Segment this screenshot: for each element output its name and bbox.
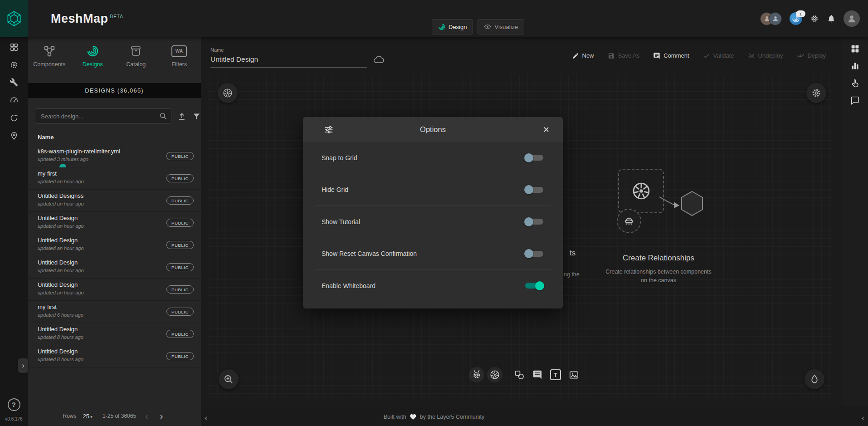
option-toggle[interactable] [524,249,544,259]
meshery-session-button[interactable]: 1 [790,12,802,25]
comment-button[interactable]: Comment [653,52,689,59]
layer5-logo[interactable] [0,0,28,37]
design-list-item[interactable]: Untitled Design updated 8 hours ago PUBL… [28,345,201,367]
rows-per-page-select[interactable]: 25▾ [83,413,93,420]
panel-expander-chevron[interactable]: › [18,358,28,373]
canvas-options-button[interactable] [806,83,826,103]
shapes-tool[interactable] [512,367,527,382]
designs-count-header: DESIGNS (36,065) [28,83,201,98]
search-input[interactable] [35,108,171,124]
extensions-sync-icon[interactable] [5,109,23,127]
close-icon[interactable] [542,126,550,133]
kubernetes-quick-action-button[interactable] [218,83,238,103]
dashboard-widgets-icon[interactable] [847,60,863,72]
meshmap-app: MeshMapBETA Design Visualize [0,0,868,426]
tutorial-relationship-arrow [657,187,707,223]
new-button[interactable]: New [572,52,594,59]
mesh-swirl-icon [438,23,445,30]
performance-speedometer-icon[interactable] [5,91,23,109]
design-name-input[interactable] [210,53,367,68]
option-label: Hide Grid [322,186,348,193]
mode-nav: Design Visualize [432,19,524,34]
version-label: v0.6.176 [5,416,22,421]
tutorial-operator-node [617,209,641,233]
zoom-button[interactable] [219,369,239,389]
mesh-components-tool[interactable] [469,367,484,382]
option-label: Snap to Grid [322,154,357,162]
tab-catalog-label: Catalog [126,61,146,68]
option-toggle[interactable] [524,217,544,227]
media-tool[interactable] [566,367,581,382]
design-list-item[interactable]: Untitled Designss updated an hour ago PU… [28,190,201,212]
visibility-badge: PUBLIC [166,174,194,182]
text-tool[interactable]: T [548,367,563,382]
configuration-wrench-icon[interactable] [5,73,23,91]
save-as-label: Save As [618,52,640,59]
design-name-block: Name [210,47,384,68]
explore-pin-icon[interactable] [5,127,23,144]
previous-page-chevron[interactable]: ‹ [142,411,151,421]
visibility-badge: PUBLIC [166,285,194,294]
collapse-right-chevron[interactable]: ‹ [862,413,864,422]
collaborator-avatar[interactable] [769,12,782,25]
app-title: MeshMapBETA [51,12,123,26]
validate-button[interactable]: Validate [703,52,734,59]
options-modal-title: Options [303,125,563,134]
comments-drawer-icon[interactable] [847,94,863,106]
tab-catalog[interactable]: Catalog [114,37,158,75]
design-list-item[interactable]: my first updated 6 hours ago PUBLIC [28,301,201,323]
caret-down-icon: ▾ [90,414,93,419]
design-updated: updated 8 hours ago [38,334,83,340]
option-toggle[interactable] [524,153,544,163]
design-name: Untitled Design [38,215,84,222]
design-list-item[interactable]: Untitled Design updated an hour ago PUBL… [28,212,201,234]
user-avatar[interactable] [844,10,860,27]
option-toggle[interactable] [524,281,544,291]
validate-label: Validate [713,52,734,59]
notifications-bell-button[interactable] [827,14,836,23]
interaction-hand-icon[interactable] [847,77,863,89]
collapse-left-chevron[interactable]: ‹ [205,413,207,422]
check-icon [703,52,710,59]
filter-funnel-button[interactable] [192,112,201,121]
visualize-mode-button[interactable]: Visualize [478,19,524,34]
cloud-sync-icon [373,54,384,68]
next-page-chevron[interactable]: › [157,411,166,421]
design-mode-button[interactable]: Design [432,19,473,34]
components-drawer-icon[interactable] [847,43,863,54]
undeploy-button[interactable]: Undeploy [748,52,783,59]
save-as-button[interactable]: Save As [608,52,640,59]
design-updated: updated an hour ago [38,223,84,229]
toggle-knob [524,217,533,226]
design-updated: updated 6 hours ago [38,312,83,318]
design-name: Untitled Design [38,348,83,355]
obscured-text-fragment: ng the [564,271,580,278]
lifecycle-gear-icon[interactable] [5,56,23,73]
components-icon [44,45,55,58]
import-design-button[interactable] [177,112,186,121]
kubernetes-tool[interactable] [487,367,502,382]
tab-components[interactable]: Components [28,37,71,75]
toggle-knob [524,153,533,162]
design-list-item[interactable]: my first updated an hour ago PUBLIC [28,167,201,190]
design-list-item[interactable]: Untitled Design updated an hour ago PUBL… [28,279,201,301]
option-toggle[interactable] [524,185,544,195]
design-list-item[interactable]: Untitled Design updated an hour ago PUBL… [28,256,201,279]
deploy-label: Deploy [808,52,826,59]
design-list-item[interactable]: k8s-wasm-plugin-ratelimiter.yml updated … [28,145,201,167]
option-label: Show Tutorial [322,218,360,225]
dashboard-nav-icon[interactable] [5,38,23,56]
help-button[interactable]: ? [8,398,20,411]
tab-filters[interactable]: WA Filters [158,37,201,75]
settings-button[interactable] [810,14,819,23]
design-info: Untitled Design updated an hour ago [38,215,84,229]
design-list-item[interactable]: Untitled Design updated an hour ago PUBL… [28,234,201,256]
design-list-item[interactable]: Untitled Design updated 8 hours ago PUBL… [28,323,201,345]
comment-tool[interactable] [530,367,545,382]
tab-designs[interactable]: Designs [71,37,115,75]
tune-sliders-icon [324,125,334,135]
deploy-button[interactable]: Deploy [797,52,826,59]
panel-tabs: Components Designs Catalog [28,37,201,75]
comment-icon [653,52,660,59]
whiteboard-pen-button[interactable] [805,369,824,389]
